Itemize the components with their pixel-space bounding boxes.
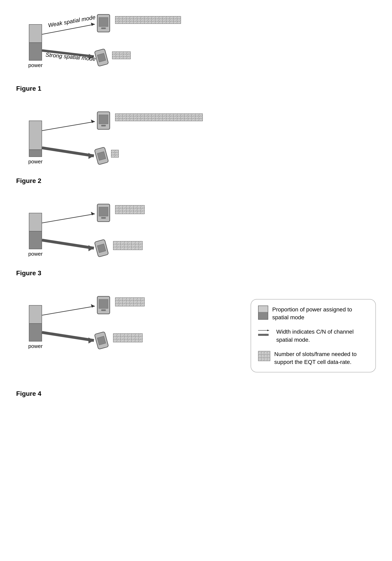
slot-grid-bottom-4	[113, 334, 142, 342]
svg-marker-1	[91, 23, 95, 26]
svg-line-10	[42, 214, 95, 223]
slot-grid-bottom-2	[111, 150, 119, 158]
phone-top-1	[97, 14, 110, 32]
slot-grid-top-2	[115, 113, 203, 121]
phone-top-3	[97, 204, 110, 222]
figure-2-label: Figure 2	[16, 177, 376, 184]
phone-bottom-3	[96, 240, 107, 256]
phone-bottom-4	[96, 332, 107, 349]
figure-1-svg: Weak spatial mode Strong spatial mode	[16, 12, 376, 81]
phone-bottom-1	[96, 49, 107, 66]
svg-line-16	[42, 332, 94, 340]
legend-item-grid: Number of slots/frame needed to support …	[258, 350, 368, 366]
svg-line-8	[42, 148, 94, 156]
svg-line-12	[42, 240, 94, 248]
svg-line-14	[42, 306, 95, 315]
slot-grid-bottom-1	[112, 52, 131, 59]
phone-top-4	[97, 296, 110, 314]
svg-text:Weak spatial mode: Weak spatial mode	[48, 14, 96, 29]
legend-grid-icon	[258, 351, 270, 361]
slot-grid-top-3	[115, 205, 145, 214]
legend-item-power: Proportion of power assigned to spatial …	[258, 305, 368, 321]
page: power Weak spatial mode Strong spatial m…	[0, 0, 392, 561]
legend-grid-text: Number of slots/frame needed to support …	[274, 350, 368, 366]
svg-marker-17	[88, 337, 94, 344]
figure-3-label: Figure 3	[16, 270, 376, 277]
svg-marker-11	[91, 212, 95, 215]
legend-box: Proportion of power assigned to spatial …	[251, 299, 376, 372]
svg-marker-7	[91, 119, 95, 123]
svg-marker-9	[88, 153, 94, 159]
figure-1-label: Figure 1	[16, 85, 376, 92]
legend-thin-arrow	[258, 329, 272, 332]
slot-grid-top-1: // Will render via JS below	[115, 16, 181, 24]
phone-bottom-2	[96, 148, 107, 164]
figure-1-section: power Weak spatial mode Strong spatial m…	[16, 12, 376, 92]
slot-grid-top-4	[115, 297, 145, 306]
figure-2-section: power	[16, 108, 376, 184]
svg-marker-19	[267, 330, 269, 331]
svg-line-6	[42, 122, 95, 131]
svg-marker-15	[91, 304, 95, 308]
legend-arrow-icon	[258, 329, 272, 337]
legend-power-text: Proportion of power assigned to spatial …	[272, 305, 368, 321]
svg-marker-13	[88, 245, 94, 251]
figure-4-label: Figure 4	[16, 390, 376, 398]
figure-3-svg	[16, 201, 376, 265]
legend-power-icon	[258, 305, 268, 320]
legend-thick-arrow	[258, 333, 272, 337]
legend-item-arrow: Width indicates C/N of channel spatial m…	[258, 328, 368, 344]
legend-arrow-text: Width indicates C/N of channel spatial m…	[276, 328, 368, 344]
phone-top-2	[97, 111, 110, 130]
slot-grid-bottom-3	[113, 241, 142, 250]
figure-4-section: power	[16, 293, 376, 398]
figure-3-section: power	[16, 201, 376, 277]
